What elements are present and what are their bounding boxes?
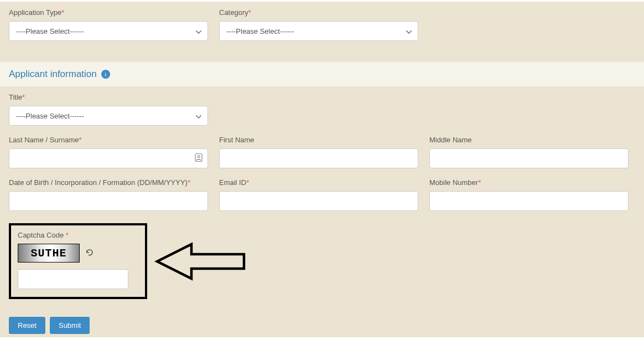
label-text: Application Type bbox=[9, 8, 61, 17]
captcha-label: Captcha Code * bbox=[18, 231, 138, 239]
required-star: * bbox=[66, 231, 69, 239]
mobile-group: Mobile Number* bbox=[429, 178, 629, 211]
required-star: * bbox=[248, 8, 251, 17]
label-text: Title bbox=[9, 93, 22, 101]
application-type-group: Application Type* ----Please Select-----… bbox=[9, 8, 208, 41]
info-icon[interactable]: i bbox=[101, 70, 110, 79]
firstname-group: First Name bbox=[219, 136, 418, 168]
label-text: Middle Name bbox=[429, 136, 472, 144]
required-star: * bbox=[22, 93, 25, 101]
mobile-input[interactable] bbox=[429, 191, 629, 211]
dob-group: Date of Birth / Incorporation / Formatio… bbox=[9, 178, 208, 211]
required-star: * bbox=[61, 8, 64, 17]
svg-point-1 bbox=[198, 156, 200, 158]
middlename-input[interactable] bbox=[429, 148, 629, 168]
label-text: Category bbox=[219, 8, 248, 17]
button-row: Reset Submit bbox=[0, 310, 644, 337]
firstname-input[interactable] bbox=[219, 148, 418, 168]
mobile-label: Mobile Number* bbox=[429, 178, 629, 187]
category-label: Category* bbox=[219, 8, 418, 17]
label-text: Last Name / Surname bbox=[9, 136, 79, 144]
applicant-section: Title* ----Please Select------ Last Name… bbox=[0, 86, 644, 310]
captcha-container: Captcha Code * SUTHE bbox=[9, 221, 635, 299]
captcha-image: SUTHE bbox=[18, 244, 80, 263]
section-title: Applicant information bbox=[9, 69, 97, 80]
required-star: * bbox=[246, 178, 249, 187]
lastname-label: Last Name / Surname* bbox=[9, 136, 208, 144]
applicant-info-header: Applicant information i bbox=[0, 62, 644, 86]
firstname-label: First Name bbox=[219, 136, 418, 144]
email-group: Email ID* bbox=[219, 178, 418, 211]
email-input[interactable] bbox=[219, 191, 418, 211]
application-type-select[interactable]: ----Please Select------ bbox=[9, 21, 208, 41]
lastname-group: Last Name / Surname* bbox=[9, 136, 208, 168]
contact-icon bbox=[195, 153, 202, 164]
title-select[interactable]: ----Please Select------ bbox=[9, 106, 208, 126]
dob-label: Date of Birth / Incorporation / Formatio… bbox=[9, 178, 208, 187]
title-group: Title* ----Please Select------ bbox=[9, 93, 208, 126]
email-label: Email ID* bbox=[219, 178, 418, 187]
captcha-input[interactable] bbox=[18, 269, 128, 289]
refresh-icon[interactable] bbox=[85, 248, 94, 259]
label-text: Date of Birth / Incorporation / Formatio… bbox=[9, 178, 188, 187]
submit-button[interactable]: Submit bbox=[50, 317, 90, 334]
middlename-group: Middle Name bbox=[429, 136, 629, 168]
label-text: Mobile Number bbox=[429, 178, 478, 187]
title-label: Title* bbox=[9, 93, 208, 101]
required-star: * bbox=[188, 178, 190, 187]
application-type-label: Application Type* bbox=[9, 8, 208, 17]
annotation-arrow-icon bbox=[153, 242, 247, 281]
application-type-section: Application Type* ----Please Select-----… bbox=[0, 2, 644, 62]
middlename-label: Middle Name bbox=[429, 136, 629, 144]
lastname-input[interactable] bbox=[9, 148, 208, 168]
label-text: Captcha Code bbox=[18, 231, 66, 239]
required-star: * bbox=[478, 178, 481, 187]
label-text: First Name bbox=[219, 136, 255, 144]
captcha-box: Captcha Code * SUTHE bbox=[9, 223, 147, 299]
category-select[interactable]: ----Please Select------ bbox=[219, 21, 418, 41]
dob-input[interactable] bbox=[9, 191, 208, 211]
required-star: * bbox=[79, 136, 81, 144]
captcha-text: SUTHE bbox=[30, 247, 66, 260]
category-group: Category* ----Please Select------ bbox=[219, 8, 418, 41]
label-text: Email ID bbox=[219, 178, 246, 187]
reset-button[interactable]: Reset bbox=[9, 317, 45, 334]
